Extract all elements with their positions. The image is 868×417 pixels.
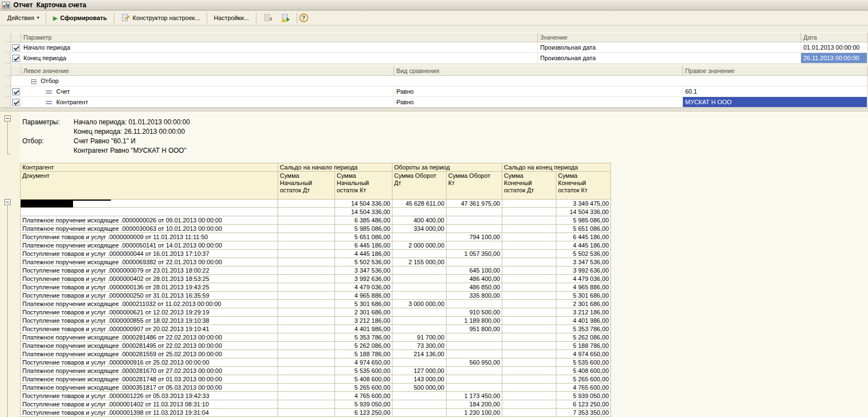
param-row-end-period[interactable]: Конец периода Произвольная дата 26.11.20… [4,53,867,64]
opening-kt-cell[interactable]: 6 123 250,00 [335,409,392,417]
closing-kt-cell[interactable]: 2 301 686,00 [556,300,611,308]
turnover-kt-cell[interactable] [447,225,502,233]
closing-dt-cell[interactable] [502,225,556,233]
splitter[interactable] [0,108,868,111]
turnover-dt-cell[interactable] [392,233,447,241]
opening-kt-cell[interactable]: 4 965 886,00 [335,292,392,300]
table-row[interactable]: Платежное поручение исходящее .000006938… [21,258,611,266]
turnover-dt-cell[interactable]: 400 400,00 [392,216,447,225]
opening-dt-cell[interactable] [278,375,335,384]
turnover-dt-cell[interactable] [392,283,447,292]
closing-kt-cell[interactable]: 3 349 475,00 [556,200,611,208]
param-checkbox[interactable] [12,44,20,51]
opening-kt-cell[interactable]: 6 445 186,00 [335,241,392,250]
document-cell[interactable]: Платежное поручение исходящее .000000002… [21,216,278,225]
table-row[interactable]: Платежное поручение исходящее .000028174… [21,375,611,384]
document-cell[interactable]: Поступление товаров и услуг .0000000621 … [21,308,278,317]
opening-dt-cell[interactable] [278,292,335,300]
turnover-kt-cell[interactable]: 1 057 350,00 [447,250,502,258]
document-cell[interactable]: Поступление товаров и услуг .0000001402 … [21,400,278,409]
turnover-kt-cell[interactable]: 184 200,00 [447,400,502,409]
turnover-dt-cell[interactable] [392,409,447,417]
closing-kt-cell[interactable]: 5 985 086,00 [556,216,611,225]
turnover-dt-cell[interactable]: 143 000,00 [392,375,447,384]
turnover-kt-cell[interactable] [447,384,502,392]
closing-kt-cell[interactable]: 3 992 636,00 [556,266,611,275]
closing-dt-cell[interactable] [502,233,556,241]
closing-kt-cell[interactable]: 4 765 600,00 [556,384,611,392]
turnover-dt-cell[interactable]: 2 155 000,00 [392,258,447,266]
opening-dt-cell[interactable] [278,350,335,358]
turnover-kt-cell[interactable]: 486 400,00 [447,275,502,283]
filter-checkbox[interactable] [12,99,20,106]
turnover-dt-cell[interactable] [392,392,447,400]
closing-dt-cell[interactable] [502,300,556,308]
document-cell[interactable]: Платежное поручение исходящее .000028149… [21,342,278,350]
document-cell[interactable]: Поступление товаров и услуг .0000000009 … [21,233,278,241]
closing-kt-cell[interactable]: 5 265 600,00 [556,375,611,384]
opening-kt-cell[interactable]: 3 992 636,00 [335,275,392,283]
turnover-dt-cell[interactable]: 334 000,00 [392,225,447,233]
turnover-dt-cell[interactable] [392,208,447,216]
closing-dt-cell[interactable] [502,266,556,275]
closing-kt-cell[interactable]: 6 445 186,00 [556,233,611,241]
document-cell[interactable]: Поступление товаров и услуг .0000001226 … [21,392,278,400]
opening-kt-cell[interactable]: 14 504 336,00 [335,200,392,208]
param-date-selected[interactable]: 26.11.2013 00:00:00 [801,53,867,64]
table-row[interactable]: Платежное поручение исходящее .000028149… [21,342,611,350]
turnover-dt-cell[interactable]: 500 000,00 [392,384,447,392]
collapse-report-icon[interactable] [4,115,11,122]
closing-kt-cell[interactable]: 5 939 050,00 [556,392,611,400]
turnover-kt-cell[interactable]: 335 800,00 [447,292,502,300]
closing-kt-cell[interactable]: 5 353 786,00 [556,325,611,333]
opening-dt-cell[interactable] [278,409,335,417]
opening-dt-cell[interactable] [278,308,335,317]
param-checkbox[interactable] [12,55,20,62]
table-row[interactable]: Поступление товаров и услуг .0000000009 … [21,233,611,241]
opening-kt-cell[interactable]: 6 385 486,00 [335,216,392,225]
opening-kt-cell[interactable]: 5 939 050,00 [335,400,392,409]
param-name[interactable]: Конец периода [21,53,538,64]
document-cell[interactable]: Поступление товаров и услуг .0000000044 … [21,250,278,258]
filter-value-selected[interactable]: МУСКАТ Н ООО [683,97,867,108]
document-cell[interactable]: Платежное поручение исходящее .000005014… [21,241,278,250]
document-cell[interactable]: Поступление товаров и услуг .0000001398 … [21,409,278,417]
turnover-kt-cell[interactable]: 1 230 100,00 [447,409,502,417]
turnover-dt-cell[interactable] [392,358,447,367]
opening-dt-cell[interactable] [278,333,335,342]
opening-dt-cell[interactable] [278,266,335,275]
closing-dt-cell[interactable] [502,317,556,325]
column-header-param[interactable]: Параметр [21,32,538,42]
column-header-value[interactable]: Значение [538,32,801,42]
closing-kt-cell[interactable]: 7 353 350,00 [556,409,611,417]
document-cell[interactable]: Поступление товаров и услуг .0000000855 … [21,317,278,325]
param-value[interactable]: Произвольная дата [538,42,801,53]
closing-dt-cell[interactable] [502,384,556,392]
closing-dt-cell[interactable] [502,333,556,342]
closing-kt-cell[interactable]: 5 188 786,00 [556,342,611,350]
opening-dt-cell[interactable] [278,216,335,225]
filter-row-contractor[interactable]: Контрагент Равно МУСКАТ Н ООО [4,97,867,108]
turnover-kt-cell[interactable] [447,367,502,375]
table-row[interactable]: Платежное поручение исходящее .000003006… [21,225,611,233]
opening-dt-cell[interactable] [278,200,335,208]
turnover-dt-cell[interactable]: 2 000 000,00 [392,241,447,250]
document-cell[interactable]: Поступление товаров и услуг .0000000250 … [21,292,278,300]
closing-kt-cell[interactable]: 6 123 250,00 [556,400,611,409]
restore-settings-button[interactable] [259,12,277,24]
turnover-dt-cell[interactable]: 73 300,00 [392,342,447,350]
opening-dt-cell[interactable] [278,367,335,375]
turnover-kt-cell[interactable] [447,300,502,308]
column-header-left-value[interactable]: Левое значение [21,66,394,76]
filter-value[interactable]: 60.1 [683,86,867,97]
closing-kt-cell[interactable]: 4 965 886,00 [556,283,611,292]
opening-kt-cell[interactable]: 5 301 686,00 [335,300,392,308]
filter-comparison[interactable]: Равно [394,86,683,97]
turnover-kt-cell[interactable]: 645 100,00 [447,266,502,275]
opening-dt-cell[interactable] [278,317,335,325]
opening-dt-cell[interactable] [278,275,335,283]
turnover-kt-cell[interactable]: 486 850,00 [447,283,502,292]
table-row[interactable]: Поступление товаров и услуг .0000000907 … [21,325,611,333]
document-cell[interactable]: Платежное поручение исходящее .000003006… [21,225,278,233]
param-date[interactable]: 01.01.2013 00:00:00 [801,42,867,53]
